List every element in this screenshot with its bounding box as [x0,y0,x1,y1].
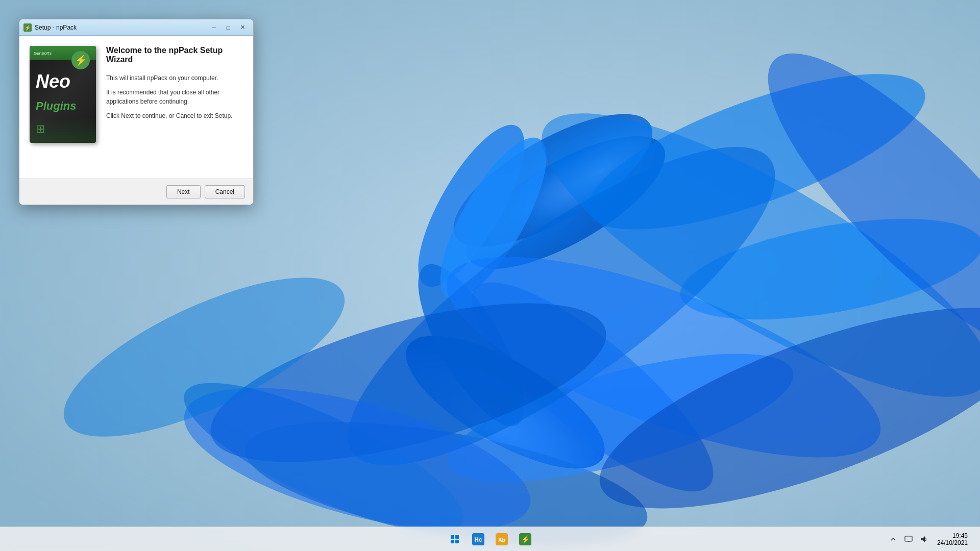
setup-dialog: ⚡ Setup - npPack ─ □ ✕ GenSoft's ⚡ Neo [19,19,254,205]
svg-text:Ab: Ab [498,537,505,543]
svg-marker-33 [921,536,925,542]
desktop: ⚡ Setup - npPack ─ □ ✕ GenSoft's ⚡ Neo [0,0,980,551]
start-button[interactable] [445,529,465,549]
cancel-button[interactable]: Cancel [205,185,245,198]
dialog-title: Setup - npPack [35,24,207,31]
windows-logo [451,535,459,543]
taskbar-plugin-icon[interactable]: ⚡ [515,529,535,549]
tray-monitor-icon[interactable] [901,532,916,546]
dialog-footer: Next Cancel [19,179,253,205]
taskbar-right: 19:45 24/10/2021 [886,530,980,548]
dialog-window-controls: ─ □ ✕ [207,22,249,33]
box-stripe [30,117,96,143]
dialog-content: Welcome to the npPack Setup Wizard This … [106,46,243,168]
svg-text:Hc: Hc [474,536,482,543]
product-subtitle: Plugins [36,99,76,113]
next-button[interactable]: Next [166,185,201,198]
dialog-text-2: It is recommended that you close all oth… [106,88,243,106]
tray-chevron[interactable] [886,532,900,546]
system-tray [886,532,931,546]
close-button[interactable]: ✕ [236,22,249,33]
svg-text:⚡: ⚡ [24,24,31,31]
product-name: Neo [36,72,70,91]
taskbar: Hc Ab ⚡ [0,527,980,551]
minimize-button[interactable]: ─ [207,22,220,33]
dialog-text-3: Click Next to continue, or Cancel to exi… [106,111,243,120]
product-image: GenSoft's ⚡ Neo Plugins ⊞ [30,46,96,143]
taskbar-ab-icon[interactable]: Ab [492,529,512,549]
dialog-text-1: This will install npPack on your compute… [106,73,243,83]
dialog-titlebar: ⚡ Setup - npPack ─ □ ✕ [19,19,253,36]
maximize-button[interactable]: □ [222,22,235,33]
clock-time: 19:45 [952,532,968,539]
tray-sound-icon[interactable] [917,532,931,546]
clock-date: 24/10/2021 [937,539,968,546]
taskbar-hc-icon[interactable]: Hc [468,529,488,549]
dialog-app-icon: ⚡ [23,23,32,32]
plug-icon: ⚡ [71,51,90,69]
svg-text:⚡: ⚡ [521,535,530,544]
clock[interactable]: 19:45 24/10/2021 [933,530,972,548]
box-art: GenSoft's ⚡ Neo Plugins ⊞ [30,46,96,143]
taskbar-center: Hc Ab ⚡ [445,529,535,549]
svg-rect-30 [905,536,912,541]
wizard-title: Welcome to the npPack Setup Wizard [106,46,243,64]
dialog-body: GenSoft's ⚡ Neo Plugins ⊞ Welcome to the… [19,36,253,179]
